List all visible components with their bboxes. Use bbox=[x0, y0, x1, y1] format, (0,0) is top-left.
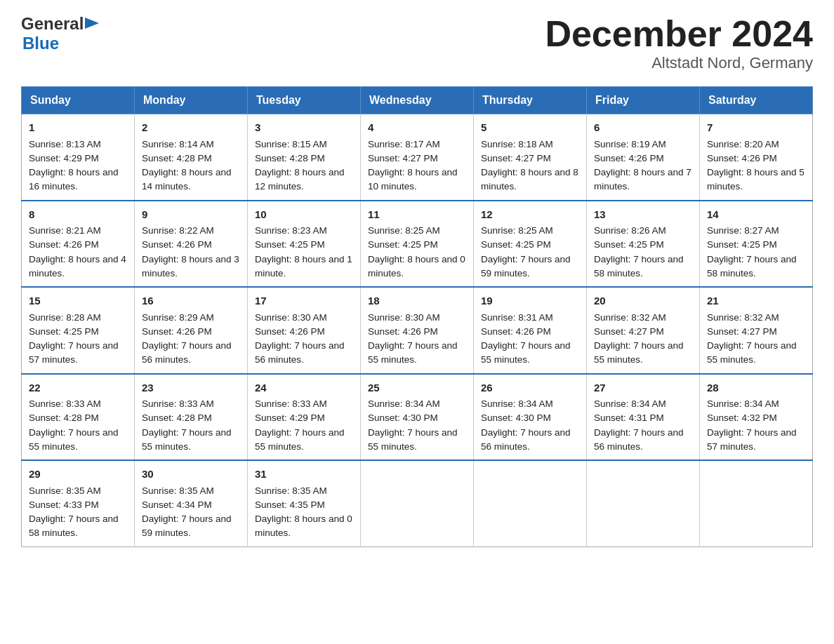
logo-blue-text: Blue bbox=[22, 34, 59, 53]
sunset-text: Sunset: 4:25 PM bbox=[29, 326, 99, 337]
day-number: 12 bbox=[481, 207, 579, 223]
sunset-text: Sunset: 4:26 PM bbox=[142, 326, 212, 337]
sunrise-text: Sunrise: 8:14 AM bbox=[142, 139, 214, 149]
day-number: 18 bbox=[368, 293, 466, 309]
sunrise-text: Sunrise: 8:13 AM bbox=[29, 139, 101, 149]
day-number: 6 bbox=[594, 120, 692, 136]
day-of-week-header: Friday bbox=[587, 87, 700, 114]
day-number: 10 bbox=[255, 207, 353, 223]
sunrise-text: Sunrise: 8:35 AM bbox=[29, 485, 101, 496]
calendar-day-cell: 7 Sunrise: 8:20 AM Sunset: 4:26 PM Dayli… bbox=[700, 114, 813, 201]
daylight-text: Daylight: 7 hours and 56 minutes. bbox=[142, 340, 232, 365]
sunset-text: Sunset: 4:25 PM bbox=[594, 239, 664, 250]
day-number: 31 bbox=[255, 467, 353, 483]
sunrise-text: Sunrise: 8:34 AM bbox=[594, 398, 666, 409]
day-number: 2 bbox=[142, 120, 240, 136]
calendar-day-cell bbox=[587, 460, 700, 546]
calendar-day-cell: 18 Sunrise: 8:30 AM Sunset: 4:26 PM Dayl… bbox=[361, 287, 474, 374]
day-number: 22 bbox=[29, 380, 127, 396]
sunrise-text: Sunrise: 8:20 AM bbox=[707, 139, 779, 149]
day-of-week-header: Wednesday bbox=[361, 87, 474, 114]
calendar-day-cell: 10 Sunrise: 8:23 AM Sunset: 4:25 PM Dayl… bbox=[248, 201, 361, 288]
calendar-subtitle: Altstadt Nord, Germany bbox=[545, 54, 813, 72]
sunrise-text: Sunrise: 8:29 AM bbox=[142, 312, 214, 323]
sunset-text: Sunset: 4:31 PM bbox=[594, 412, 664, 423]
day-number: 8 bbox=[29, 207, 127, 223]
day-of-week-header: Sunday bbox=[22, 87, 135, 114]
daylight-text: Daylight: 7 hours and 55 minutes. bbox=[594, 340, 684, 365]
calendar-table: SundayMondayTuesdayWednesdayThursdayFrid… bbox=[21, 86, 813, 547]
sunset-text: Sunset: 4:27 PM bbox=[594, 326, 664, 337]
calendar-day-cell: 20 Sunrise: 8:32 AM Sunset: 4:27 PM Dayl… bbox=[587, 287, 700, 374]
sunset-text: Sunset: 4:26 PM bbox=[481, 326, 551, 337]
sunset-text: Sunset: 4:29 PM bbox=[29, 153, 99, 163]
day-of-week-header: Tuesday bbox=[248, 87, 361, 114]
sunrise-text: Sunrise: 8:19 AM bbox=[594, 139, 666, 149]
calendar-day-cell: 23 Sunrise: 8:33 AM Sunset: 4:28 PM Dayl… bbox=[135, 374, 248, 461]
day-number: 11 bbox=[368, 207, 466, 223]
sunset-text: Sunset: 4:26 PM bbox=[255, 326, 325, 337]
sunset-text: Sunset: 4:25 PM bbox=[481, 239, 551, 250]
daylight-text: Daylight: 8 hours and 7 minutes. bbox=[594, 167, 691, 192]
sunrise-text: Sunrise: 8:34 AM bbox=[368, 398, 440, 409]
daylight-text: Daylight: 7 hours and 58 minutes. bbox=[707, 254, 797, 279]
daylight-text: Daylight: 7 hours and 55 minutes. bbox=[481, 340, 571, 365]
calendar-day-cell: 14 Sunrise: 8:27 AM Sunset: 4:25 PM Dayl… bbox=[700, 201, 813, 288]
day-number: 14 bbox=[707, 207, 805, 223]
day-number: 23 bbox=[142, 380, 240, 396]
daylight-text: Daylight: 7 hours and 55 minutes. bbox=[255, 427, 345, 452]
sunset-text: Sunset: 4:35 PM bbox=[255, 499, 325, 510]
sunset-text: Sunset: 4:32 PM bbox=[707, 412, 777, 423]
day-number: 27 bbox=[594, 380, 692, 396]
sunrise-text: Sunrise: 8:35 AM bbox=[142, 485, 214, 496]
calendar-day-cell: 25 Sunrise: 8:34 AM Sunset: 4:30 PM Dayl… bbox=[361, 374, 474, 461]
daylight-text: Daylight: 7 hours and 58 minutes. bbox=[594, 254, 684, 279]
sunrise-text: Sunrise: 8:28 AM bbox=[29, 312, 101, 323]
calendar-day-cell: 8 Sunrise: 8:21 AM Sunset: 4:26 PM Dayli… bbox=[22, 201, 135, 288]
calendar-title-block: December 2024 Altstadt Nord, Germany bbox=[545, 14, 813, 72]
day-number: 28 bbox=[707, 380, 805, 396]
logo-triangle-icon bbox=[85, 18, 99, 32]
calendar-day-cell: 2 Sunrise: 8:14 AM Sunset: 4:28 PM Dayli… bbox=[135, 114, 248, 201]
calendar-day-cell: 13 Sunrise: 8:26 AM Sunset: 4:25 PM Dayl… bbox=[587, 201, 700, 288]
calendar-day-cell: 11 Sunrise: 8:25 AM Sunset: 4:25 PM Dayl… bbox=[361, 201, 474, 288]
sunrise-text: Sunrise: 8:23 AM bbox=[255, 225, 327, 236]
daylight-text: Daylight: 8 hours and 5 minutes. bbox=[707, 167, 805, 192]
sunset-text: Sunset: 4:26 PM bbox=[29, 239, 99, 250]
sunrise-text: Sunrise: 8:33 AM bbox=[142, 398, 214, 409]
sunrise-text: Sunrise: 8:18 AM bbox=[481, 139, 553, 149]
sunset-text: Sunset: 4:25 PM bbox=[255, 239, 325, 250]
sunset-text: Sunset: 4:26 PM bbox=[707, 153, 777, 163]
calendar-day-cell: 26 Sunrise: 8:34 AM Sunset: 4:30 PM Dayl… bbox=[474, 374, 587, 461]
calendar-day-cell: 30 Sunrise: 8:35 AM Sunset: 4:34 PM Dayl… bbox=[135, 460, 248, 546]
day-number: 24 bbox=[255, 380, 353, 396]
sunrise-text: Sunrise: 8:27 AM bbox=[707, 225, 779, 236]
calendar-day-cell bbox=[361, 460, 474, 546]
sunset-text: Sunset: 4:33 PM bbox=[29, 499, 99, 510]
calendar-title: December 2024 bbox=[545, 14, 813, 54]
svg-marker-0 bbox=[85, 18, 99, 29]
sunset-text: Sunset: 4:28 PM bbox=[142, 153, 212, 163]
sunset-text: Sunset: 4:34 PM bbox=[142, 499, 212, 510]
daylight-text: Daylight: 8 hours and 8 minutes. bbox=[481, 167, 578, 192]
daylight-text: Daylight: 7 hours and 55 minutes. bbox=[29, 427, 119, 452]
daylight-text: Daylight: 8 hours and 14 minutes. bbox=[142, 167, 232, 192]
daylight-text: Daylight: 8 hours and 0 minutes. bbox=[255, 514, 352, 538]
day-number: 17 bbox=[255, 293, 353, 309]
calendar-day-cell: 29 Sunrise: 8:35 AM Sunset: 4:33 PM Dayl… bbox=[22, 460, 135, 546]
daylight-text: Daylight: 7 hours and 57 minutes. bbox=[707, 427, 797, 452]
sunset-text: Sunset: 4:27 PM bbox=[707, 326, 777, 337]
day-number: 26 bbox=[481, 380, 579, 396]
day-number: 29 bbox=[29, 467, 127, 483]
daylight-text: Daylight: 7 hours and 55 minutes. bbox=[368, 340, 458, 365]
calendar-week-row: 8 Sunrise: 8:21 AM Sunset: 4:26 PM Dayli… bbox=[22, 201, 813, 288]
calendar-day-cell: 17 Sunrise: 8:30 AM Sunset: 4:26 PM Dayl… bbox=[248, 287, 361, 374]
daylight-text: Daylight: 8 hours and 3 minutes. bbox=[142, 254, 239, 279]
sunset-text: Sunset: 4:30 PM bbox=[481, 412, 551, 423]
sunrise-text: Sunrise: 8:31 AM bbox=[481, 312, 553, 323]
daylight-text: Daylight: 7 hours and 58 minutes. bbox=[29, 514, 119, 538]
sunrise-text: Sunrise: 8:35 AM bbox=[255, 485, 327, 496]
calendar-week-row: 29 Sunrise: 8:35 AM Sunset: 4:33 PM Dayl… bbox=[22, 460, 813, 546]
sunrise-text: Sunrise: 8:21 AM bbox=[29, 225, 101, 236]
sunset-text: Sunset: 4:28 PM bbox=[29, 412, 99, 423]
